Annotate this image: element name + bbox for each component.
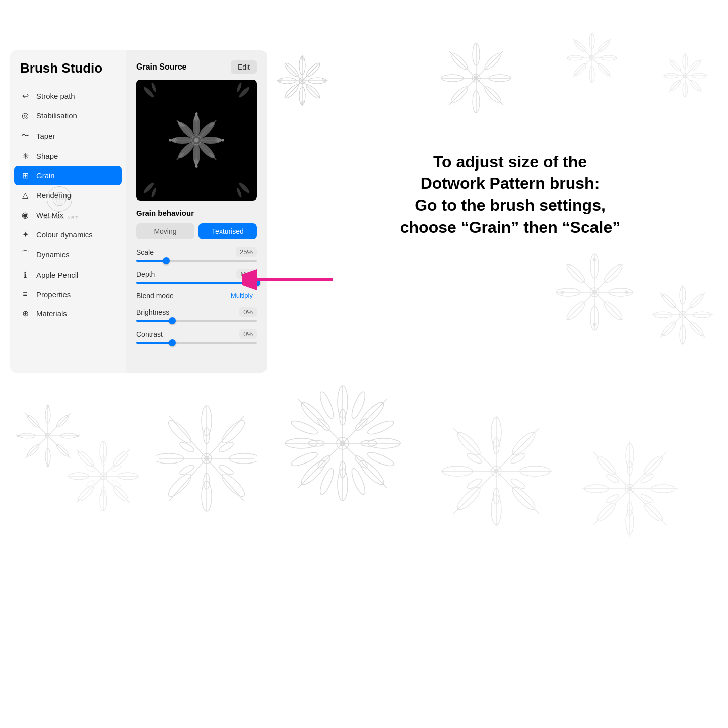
svg-point-27 bbox=[441, 75, 464, 82]
colour-dynamics-icon: ✦ bbox=[20, 230, 30, 239]
sidebar-item-apple-pencil[interactable]: ℹ Apple Pencil bbox=[10, 265, 126, 285]
contrast-label-row: Contrast 0% bbox=[136, 329, 257, 339]
edit-button[interactable]: Edit bbox=[231, 60, 257, 74]
svg-point-166 bbox=[361, 440, 377, 446]
svg-point-52 bbox=[683, 83, 688, 97]
svg-point-193 bbox=[494, 469, 498, 473]
texturised-toggle[interactable]: Texturised bbox=[198, 223, 257, 239]
svg-point-130 bbox=[229, 453, 257, 464]
brightness-param: Brightness 0% bbox=[136, 307, 257, 322]
svg-point-123 bbox=[85, 465, 95, 473]
svg-point-122 bbox=[85, 480, 95, 488]
pink-arrow-svg bbox=[242, 267, 333, 292]
svg-point-208 bbox=[640, 493, 654, 505]
stroke-path-icon: ↩ bbox=[20, 91, 30, 101]
depth-label: Depth bbox=[136, 270, 155, 278]
blend-mode-label: Blend mode bbox=[136, 292, 174, 300]
svg-point-202 bbox=[626, 510, 634, 534]
svg-point-66 bbox=[565, 299, 587, 322]
svg-point-96 bbox=[45, 448, 50, 465]
svg-point-149 bbox=[349, 390, 367, 420]
grain-preview-image bbox=[136, 80, 257, 201]
snowflake-bottom-right bbox=[438, 413, 554, 529]
svg-point-256 bbox=[172, 139, 178, 142]
scale-slider[interactable] bbox=[136, 260, 257, 262]
brightness-slider[interactable] bbox=[136, 320, 257, 322]
svg-point-39 bbox=[589, 67, 594, 83]
scale-label-row: Scale 25% bbox=[136, 247, 257, 257]
scale-param: Scale 25% bbox=[136, 247, 257, 262]
sidebar-item-shape[interactable]: ✳ Shape bbox=[10, 146, 126, 166]
svg-point-154 bbox=[357, 457, 386, 487]
svg-point-41 bbox=[567, 55, 583, 60]
sidebar-item-colour-dynamics[interactable]: ✦ Colour dynamics bbox=[10, 225, 126, 244]
sidebar-item-dynamics[interactable]: ⌒ Dynamics bbox=[10, 244, 126, 265]
svg-point-64 bbox=[602, 299, 624, 322]
sidebar-item-stroke-path[interactable]: ↩ Stroke path bbox=[10, 86, 126, 106]
svg-line-90 bbox=[25, 413, 71, 458]
svg-point-22 bbox=[483, 51, 503, 72]
contrast-label: Contrast bbox=[136, 330, 163, 338]
sidebar-item-stabilisation[interactable]: ◎ Stabilisation bbox=[10, 106, 126, 125]
svg-point-71 bbox=[593, 259, 596, 261]
pink-arrow bbox=[242, 267, 333, 297]
sidebar-item-properties[interactable]: ≡ Properties bbox=[10, 285, 126, 304]
svg-point-43 bbox=[589, 55, 594, 60]
svg-line-34 bbox=[573, 39, 611, 77]
blend-mode-param: Blend mode Multiply bbox=[136, 291, 257, 300]
grain-toggle-row: Moving Texturised bbox=[136, 223, 257, 239]
svg-point-133 bbox=[166, 471, 194, 500]
svg-point-4 bbox=[299, 56, 305, 75]
svg-point-167 bbox=[353, 454, 369, 470]
svg-point-83 bbox=[680, 325, 686, 344]
svg-point-165 bbox=[353, 417, 369, 433]
sidebar-item-grain[interactable]: ⊞ Grain bbox=[14, 166, 122, 185]
snowflake-top-center bbox=[272, 50, 333, 111]
svg-point-103 bbox=[17, 435, 19, 437]
svg-line-77 bbox=[660, 292, 705, 338]
brightness-thumb[interactable] bbox=[169, 317, 176, 324]
svg-line-78 bbox=[660, 292, 705, 338]
svg-point-99 bbox=[26, 414, 41, 429]
scale-value: 25% bbox=[236, 247, 257, 257]
svg-point-112 bbox=[111, 484, 130, 503]
svg-point-171 bbox=[316, 417, 332, 433]
svg-marker-13 bbox=[301, 55, 304, 60]
svg-point-199 bbox=[642, 454, 665, 477]
sidebar-item-taper[interactable]: 〜 Taper bbox=[10, 125, 126, 146]
svg-point-139 bbox=[204, 473, 210, 489]
contrast-slider[interactable] bbox=[136, 342, 257, 344]
scale-thumb[interactable] bbox=[163, 257, 170, 264]
svg-point-21 bbox=[473, 43, 480, 65]
svg-point-178 bbox=[491, 417, 501, 447]
brightness-label: Brightness bbox=[136, 308, 169, 316]
svg-point-121 bbox=[101, 486, 105, 496]
svg-point-164 bbox=[340, 409, 346, 425]
svg-point-28 bbox=[449, 51, 470, 72]
svg-point-191 bbox=[466, 452, 483, 465]
svg-point-56 bbox=[683, 74, 687, 78]
svg-point-5 bbox=[304, 61, 321, 79]
svg-point-183 bbox=[454, 484, 483, 513]
svg-point-157 bbox=[318, 467, 336, 496]
wet-mix-icon: ◉ bbox=[20, 210, 30, 220]
svg-point-120 bbox=[111, 480, 121, 488]
sidebar-item-materials[interactable]: ⊕ Materials bbox=[10, 304, 126, 323]
svg-point-148 bbox=[338, 386, 348, 418]
depth-slider[interactable] bbox=[136, 282, 257, 284]
svg-point-61 bbox=[590, 254, 599, 278]
svg-point-160 bbox=[285, 438, 317, 448]
watermark-logo bbox=[52, 191, 67, 207]
svg-point-254 bbox=[195, 158, 198, 164]
svg-point-190 bbox=[466, 477, 483, 490]
moving-toggle[interactable]: Moving bbox=[136, 223, 194, 239]
contrast-thumb[interactable] bbox=[169, 339, 176, 346]
svg-line-146 bbox=[298, 399, 387, 488]
svg-point-94 bbox=[60, 433, 77, 438]
svg-point-182 bbox=[491, 495, 501, 525]
svg-point-25 bbox=[473, 91, 480, 113]
svg-point-26 bbox=[449, 85, 470, 105]
svg-point-81 bbox=[693, 312, 711, 318]
grain-panel: Grain Source Edit bbox=[126, 50, 267, 373]
svg-line-108 bbox=[77, 449, 130, 503]
